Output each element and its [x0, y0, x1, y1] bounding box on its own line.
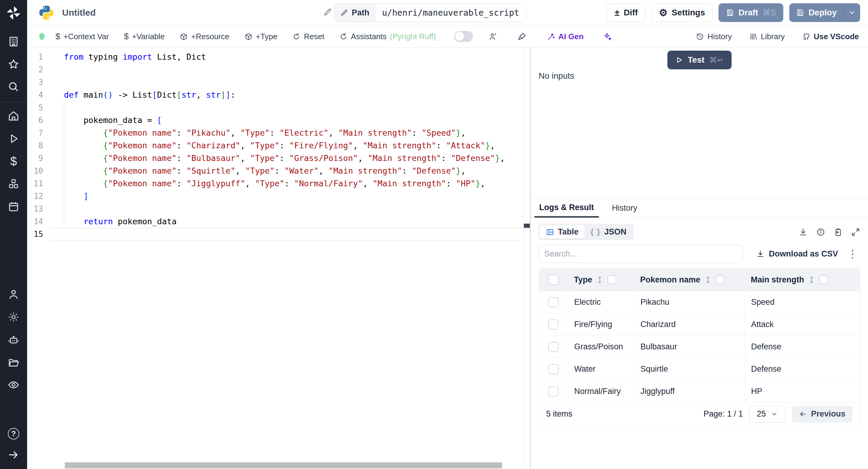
code-line[interactable]: ] — [50, 190, 530, 202]
table-cell: Pikachu — [634, 291, 745, 313]
assistants-button[interactable]: Assistants (Pyright Ruff) — [339, 32, 436, 41]
editor-vertical-scrollbar[interactable] — [523, 48, 530, 469]
code-line[interactable]: {"Pokemon name": "Squirtle", "Type": "Wa… — [50, 164, 530, 177]
schedules-calendar-icon[interactable] — [7, 200, 20, 213]
search-input[interactable] — [538, 245, 743, 263]
deploy-dropdown-button[interactable] — [843, 3, 860, 22]
sparkles-icon[interactable] — [603, 32, 612, 41]
view-toggle-table[interactable]: Table — [540, 225, 585, 239]
resources-cubes-icon[interactable] — [7, 178, 20, 190]
audit-eye-icon[interactable] — [7, 379, 20, 391]
column-header-main-strength[interactable]: Main strength — [745, 269, 860, 291]
expand-icon[interactable] — [851, 227, 860, 237]
test-button[interactable]: Test ⌘↵ — [667, 51, 732, 69]
sort-icon[interactable] — [808, 276, 815, 284]
column-header-pokemon-name[interactable]: Pokemon name — [634, 269, 745, 291]
previous-page-button[interactable]: Previous — [792, 406, 852, 423]
code-line[interactable] — [50, 101, 530, 114]
code-line[interactable]: from typing import List, Dict — [50, 51, 530, 63]
code-line[interactable] — [50, 202, 530, 215]
diff-button[interactable]: ± Diff — [607, 3, 645, 22]
table-row[interactable]: Fire/FlyingCharizardAttack — [539, 313, 860, 336]
column-filter-checkbox[interactable] — [819, 275, 828, 284]
row-checkbox[interactable] — [548, 364, 558, 374]
code-line[interactable] — [50, 228, 530, 241]
download-result-icon[interactable] — [799, 227, 808, 237]
table-cell: Electric — [568, 291, 634, 313]
row-checkbox[interactable] — [548, 297, 558, 307]
table-row[interactable]: WaterSquirtleDefense — [539, 358, 860, 380]
info-icon[interactable] — [816, 227, 825, 237]
code-line[interactable]: {"Pokemon name": "Bulbasaur", "Type": "G… — [50, 152, 530, 164]
page-size-select[interactable]: 25 — [749, 406, 786, 423]
splitter-drag-handle[interactable] — [524, 224, 530, 228]
home-icon[interactable] — [7, 110, 20, 122]
add-context-var-button[interactable]: $ +Context Var — [56, 32, 109, 41]
settings-button[interactable]: ⚙ Settings — [651, 3, 712, 22]
row-checkbox[interactable] — [548, 386, 558, 397]
copy-clipboard-icon[interactable] — [834, 227, 843, 237]
edit-title-pencil-icon[interactable] — [323, 7, 332, 18]
table-cell: Defense — [745, 336, 860, 358]
table-row[interactable]: Grass/PoisonBulbasaurDefense — [539, 336, 860, 358]
user-icon[interactable] — [7, 288, 20, 301]
table-cell: Attack — [745, 313, 860, 336]
sort-icon[interactable] — [705, 276, 711, 284]
workspace-icon[interactable] — [7, 35, 20, 48]
code-line[interactable]: {"Pokemon name": "Jigglypuff", "Type": "… — [50, 177, 530, 190]
tab-history[interactable]: History — [607, 199, 642, 218]
toggle-knob — [455, 32, 464, 41]
path-selector[interactable]: Path u/henri/maneuverable_script — [334, 3, 526, 22]
settings-gear-icon[interactable] — [7, 311, 20, 323]
variables-dollar-icon[interactable]: $ — [7, 155, 20, 167]
folders-icon[interactable] — [7, 356, 20, 369]
history-button[interactable]: History — [696, 32, 732, 41]
row-checkbox[interactable] — [548, 319, 558, 330]
line-number: 11 — [27, 177, 43, 190]
runs-play-icon[interactable] — [7, 132, 20, 145]
favorites-star-icon[interactable] — [7, 58, 20, 70]
ai-robot-icon[interactable] — [7, 333, 20, 346]
code-line[interactable]: {"Pokemon name": "Pikachu", "Type": "Ele… — [50, 127, 530, 139]
use-vscode-button[interactable]: Use VScode — [802, 32, 859, 41]
code-line[interactable]: return pokemon_data — [50, 215, 530, 228]
row-checkbox[interactable] — [548, 342, 558, 352]
download-csv-button[interactable]: Download as CSV — [756, 249, 838, 259]
multiplayer-toggle[interactable] — [454, 31, 473, 42]
format-brush-icon[interactable] — [518, 32, 527, 41]
library-button[interactable]: Library — [749, 32, 784, 41]
collapse-arrow-icon[interactable] — [7, 448, 20, 461]
column-filter-checkbox[interactable] — [607, 275, 616, 284]
sort-icon[interactable] — [596, 276, 603, 284]
view-toggle-json[interactable]: { } JSON — [585, 225, 632, 239]
add-type-button[interactable]: +Type — [244, 32, 278, 41]
reset-button[interactable]: Reset — [292, 32, 324, 41]
code-line[interactable] — [50, 76, 530, 89]
scrollbar-thumb[interactable] — [65, 462, 502, 468]
tab-logs-result[interactable]: Logs & Result — [534, 199, 599, 218]
help-question-glyph: ? — [8, 428, 19, 439]
ai-gen-button[interactable]: AI Gen — [547, 32, 584, 41]
select-all-checkbox[interactable] — [548, 275, 558, 285]
add-resource-button[interactable]: +Resource — [180, 32, 229, 41]
code-line[interactable]: {"Pokemon name": "Charizard", "Type": "F… — [50, 139, 530, 152]
code-line[interactable] — [50, 63, 530, 76]
code-line[interactable]: def main() -> List[Dict[str, str]]: — [50, 89, 530, 101]
column-filter-checkbox[interactable] — [715, 275, 724, 284]
search-icon[interactable] — [7, 81, 20, 93]
python-language-icon — [38, 4, 55, 21]
windmill-logo[interactable] — [0, 0, 27, 26]
help-icon[interactable]: ? — [7, 428, 20, 440]
table-row[interactable]: Normal/FairyJigglypuffHP — [539, 380, 860, 402]
column-header-type[interactable]: Type — [568, 269, 634, 291]
collaborators-icon[interactable] — [489, 32, 498, 41]
deploy-button[interactable]: Deploy — [789, 3, 843, 22]
table-menu-kebab[interactable]: ⋮ — [845, 249, 860, 259]
line-number: 2 — [27, 63, 43, 76]
row-checkbox-cell — [539, 380, 568, 402]
draft-button[interactable]: Draft ⌘S — [718, 3, 783, 22]
add-variable-button[interactable]: $ +Variable — [124, 32, 164, 41]
table-row[interactable]: ElectricPikachuSpeed — [539, 291, 860, 313]
code-editor[interactable]: 123456789101112131415 from typing import… — [27, 48, 530, 469]
code-line[interactable]: pokemon_data = [ — [50, 114, 530, 127]
